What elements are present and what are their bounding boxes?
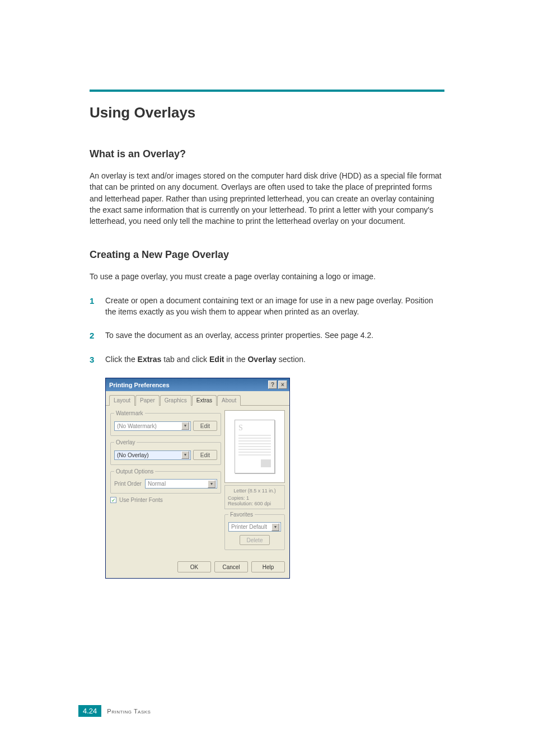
step-3-overlay: Overlay [247, 355, 276, 364]
step-3-mid2: in the [224, 355, 247, 364]
section-rule [90, 90, 444, 92]
chevron-down-icon: ▾ [181, 451, 189, 459]
printing-preferences-dialog: Printing Preferences ? × Layout Paper Gr… [105, 378, 290, 579]
cancel-button[interactable]: Cancel [214, 561, 248, 572]
favorites-delete-button[interactable]: Delete [240, 535, 270, 545]
overlay-dropdown[interactable]: (No Overlay) ▾ [114, 450, 191, 460]
close-icon[interactable]: × [278, 381, 287, 389]
tab-layout[interactable]: Layout [109, 395, 135, 406]
chevron-down-icon: ▾ [208, 480, 216, 488]
overlay-legend: Overlay [114, 439, 137, 445]
dialog-titlebar: Printing Preferences ? × [106, 378, 289, 391]
tab-graphics[interactable]: Graphics [160, 395, 191, 406]
dialog-tabs: Layout Paper Graphics Extras About [106, 391, 289, 406]
dialog-footer: OK Cancel Help [106, 558, 289, 578]
step-3: 3 Click the Extras tab and click Edit in… [90, 354, 444, 365]
tab-paper[interactable]: Paper [135, 395, 160, 406]
step-3-post: section. [277, 355, 306, 364]
help-button[interactable]: Help [251, 561, 285, 572]
step-1: 1 Create or open a document containing t… [90, 295, 444, 318]
preview-paper-size: Letter (8.5 x 11 in.) [228, 488, 282, 494]
step-3-pre: Click the [105, 355, 138, 364]
use-printer-fonts-checkbox[interactable]: ✓ [110, 497, 116, 503]
footer-label: Printing Tasks [107, 708, 151, 715]
what-is-overlay-heading: What is an Overlay? [90, 148, 444, 160]
dialog-title: Printing Preferences [109, 382, 170, 388]
use-printer-fonts-label: Use Printer Fonts [119, 497, 163, 503]
overlay-value: (No Overlay) [117, 452, 149, 458]
step-3-extras: Extras [138, 355, 162, 364]
output-options-group: Output Options Print Order Normal ▾ [110, 468, 221, 494]
preview-copies: Copies: 1 [228, 495, 282, 501]
help-icon[interactable]: ? [268, 381, 277, 389]
favorites-group: Favorites Printer Default ▾ Delete [224, 511, 285, 550]
overlay-edit-button[interactable]: Edit [193, 450, 217, 460]
print-order-dropdown[interactable]: Normal ▾ [145, 479, 217, 489]
preview-letter-icon: S [238, 424, 243, 433]
tab-extras[interactable]: Extras [192, 395, 217, 406]
page-number: 4.24 [78, 705, 101, 717]
what-is-overlay-body: An overlay is text and/or images stored … [90, 170, 444, 227]
watermark-group: Watermark (No Watermark) ▾ Edit [110, 410, 221, 436]
output-options-legend: Output Options [114, 468, 155, 475]
preview-image-placeholder [261, 459, 271, 467]
step-3-mid: tab and click [161, 355, 209, 364]
ok-button[interactable]: OK [177, 561, 211, 572]
step-3-text: Click the Extras tab and click Edit in t… [105, 354, 306, 365]
preview-pane: S [224, 410, 285, 483]
step-1-number: 1 [90, 295, 105, 307]
step-1-text: Create or open a document containing tex… [105, 295, 444, 318]
step-2-number: 2 [90, 330, 105, 341]
favorites-legend: Favorites [228, 511, 255, 518]
overlay-group: Overlay (No Overlay) ▾ Edit [110, 439, 221, 465]
creating-overlay-heading: Creating a New Page Overlay [90, 249, 444, 261]
preview-page: S [235, 420, 275, 473]
creating-overlay-intro: To use a page overlay, you must create a… [90, 271, 444, 282]
preview-resolution: Resolution: 600 dpi [228, 501, 282, 506]
chevron-down-icon: ▾ [271, 523, 279, 531]
tab-about[interactable]: About [217, 395, 241, 406]
preview-info: Letter (8.5 x 11 in.) Copies: 1 Resoluti… [224, 485, 285, 509]
watermark-dropdown[interactable]: (No Watermark) ▾ [114, 421, 191, 431]
step-2-text: To save the document as an overlay, acce… [105, 330, 373, 341]
watermark-edit-button[interactable]: Edit [193, 421, 217, 431]
print-order-value: Normal [148, 481, 166, 487]
step-2: 2 To save the document as an overlay, ac… [90, 330, 444, 341]
watermark-legend: Watermark [114, 410, 145, 416]
favorites-value: Printer Default [231, 524, 267, 530]
step-3-number: 3 [90, 354, 105, 365]
print-order-label: Print Order [114, 481, 142, 487]
main-heading: Using Overlays [90, 104, 444, 121]
step-3-edit: Edit [209, 355, 224, 364]
favorites-dropdown[interactable]: Printer Default ▾ [228, 522, 281, 532]
page-footer: 4.24 Printing Tasks [78, 705, 151, 717]
watermark-value: (No Watermark) [117, 423, 157, 429]
chevron-down-icon: ▾ [181, 422, 189, 430]
